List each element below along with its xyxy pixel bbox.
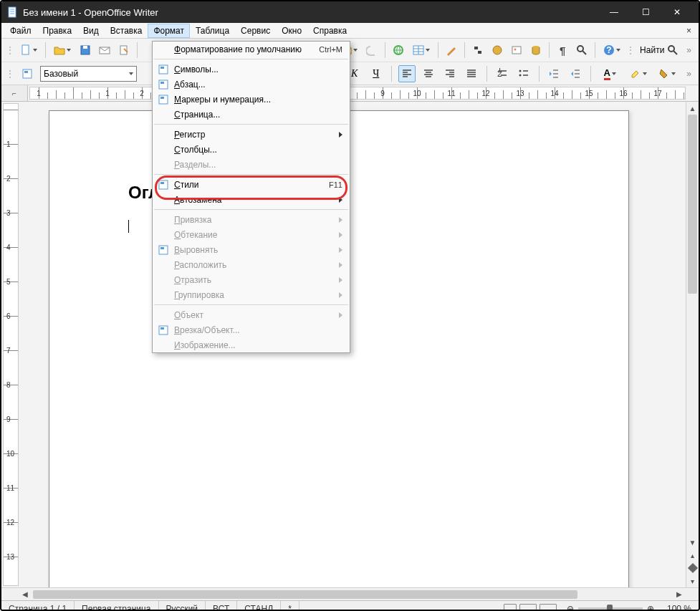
toolbar-grip[interactable]: ⋮ bbox=[6, 69, 14, 79]
bg-color-button[interactable] bbox=[655, 65, 679, 82]
numbering-button[interactable]: 12 bbox=[494, 65, 511, 82]
menu-file[interactable]: Файл bbox=[4, 24, 37, 38]
view-layout-buttons[interactable] bbox=[499, 604, 561, 612]
menu-edit[interactable]: Правка bbox=[37, 24, 78, 38]
style-combo[interactable]: Базовый bbox=[40, 66, 137, 82]
highlight-button[interactable] bbox=[626, 65, 651, 82]
toolbar-grip[interactable]: ⋮ bbox=[626, 45, 635, 55]
scroll-left-button[interactable]: ◀ bbox=[19, 590, 32, 598]
status-page[interactable]: Страница 1 / 1 bbox=[1, 601, 75, 611]
help-button[interactable]: ? bbox=[600, 42, 624, 59]
find-replace-button[interactable] bbox=[469, 42, 486, 59]
find-toolbar: Найти bbox=[637, 44, 681, 56]
toolbar-overflow[interactable]: » bbox=[684, 45, 694, 55]
zoom-slider[interactable]: ⊖ ⊕ bbox=[561, 604, 660, 612]
scroll-thumb-vertical[interactable] bbox=[688, 115, 697, 294]
menu-item-обтекание: Обтекание bbox=[153, 227, 350, 242]
zoom-slider-track[interactable] bbox=[578, 607, 643, 610]
draw-button[interactable] bbox=[443, 42, 460, 59]
datasource-button[interactable] bbox=[527, 42, 545, 59]
menu-help[interactable]: Справка bbox=[307, 24, 353, 38]
scroll-up-button[interactable]: ▲ bbox=[686, 102, 699, 115]
menu-item-абзац[interactable]: Абзац... bbox=[153, 77, 350, 92]
align-right-button[interactable] bbox=[441, 65, 459, 82]
scroll-down-button[interactable]: ▼ bbox=[686, 536, 699, 549]
menu-item-автозамена[interactable]: Автозамена bbox=[153, 192, 350, 207]
menu-item-маркерыинумерация[interactable]: Маркеры и нумерация... bbox=[153, 92, 350, 107]
status-page-style[interactable]: Первая страница bbox=[75, 601, 158, 611]
menu-tools[interactable]: Сервис bbox=[235, 24, 276, 38]
nav-prev-button[interactable]: ▴ bbox=[686, 549, 699, 562]
close-button[interactable]: ✕ bbox=[661, 1, 693, 23]
status-zoom[interactable]: 100 % bbox=[660, 601, 699, 611]
svg-rect-4 bbox=[22, 45, 29, 54]
maximize-button[interactable]: ☐ bbox=[630, 1, 661, 23]
align-center-button[interactable] bbox=[420, 65, 437, 82]
menu-window[interactable]: Окно bbox=[276, 24, 307, 38]
scrollbar-vertical[interactable]: ▲ ▼ ▴ ▾ bbox=[686, 102, 699, 587]
align-left-button[interactable] bbox=[398, 65, 416, 82]
underline-button[interactable]: Ч bbox=[368, 65, 385, 82]
nav-next-button[interactable]: ▾ bbox=[686, 574, 699, 587]
zoom-button[interactable] bbox=[573, 42, 590, 59]
toolbar-overflow[interactable]: » bbox=[684, 69, 694, 79]
table-button[interactable] bbox=[409, 42, 433, 59]
menu-item-символы[interactable]: Символы... bbox=[153, 62, 350, 77]
styles-button[interactable] bbox=[19, 65, 36, 82]
email-button[interactable] bbox=[96, 42, 113, 59]
find-label: Найти bbox=[640, 45, 664, 55]
menu-bar: Файл Правка Вид Вставка Формат Таблица С… bbox=[1, 23, 699, 39]
menu-item-страница[interactable]: Страница... bbox=[153, 107, 350, 122]
scroll-thumb-horizontal[interactable] bbox=[33, 590, 577, 599]
status-bar: Страница 1 / 1 Первая страница Русский В… bbox=[1, 600, 699, 611]
view-book-icon[interactable] bbox=[540, 604, 557, 612]
view-single-page-icon[interactable] bbox=[504, 604, 517, 612]
window-title: Без имени 1 - OpenOffice Writer bbox=[23, 7, 598, 18]
ruler-horizontal[interactable]: 11234567891011121314151617 bbox=[29, 87, 686, 100]
zoom-slider-thumb[interactable] bbox=[607, 605, 613, 612]
hyperlink-button[interactable] bbox=[390, 42, 407, 59]
search-icon[interactable] bbox=[667, 44, 679, 56]
document-icon bbox=[7, 6, 19, 18]
decrease-indent-button[interactable] bbox=[545, 65, 562, 82]
menu-item-форматированиепоумолчанию[interactable]: Форматирование по умолчаниюCtrl+M bbox=[153, 42, 350, 57]
svg-point-48 bbox=[519, 74, 521, 76]
view-multi-page-icon[interactable] bbox=[519, 604, 537, 612]
save-button[interactable] bbox=[77, 42, 94, 59]
menu-item-группировка: Группировка bbox=[153, 287, 350, 302]
document-area[interactable]: Огл bbox=[20, 102, 686, 587]
menu-table[interactable]: Таблица bbox=[190, 24, 235, 38]
menu-insert[interactable]: Вставка bbox=[105, 24, 148, 38]
menu-item-столбцы[interactable]: Столбцы... bbox=[153, 142, 350, 157]
status-modified[interactable]: * bbox=[281, 601, 299, 611]
zoom-in-button[interactable]: ⊕ bbox=[647, 604, 654, 612]
toolbar-grip[interactable]: ⋮ bbox=[6, 45, 14, 55]
menu-view[interactable]: Вид bbox=[77, 24, 105, 38]
nav-select-button[interactable] bbox=[686, 562, 699, 574]
new-doc-button[interactable] bbox=[16, 42, 41, 59]
close-document-button[interactable]: × bbox=[682, 24, 696, 37]
scroll-right-button[interactable]: ▶ bbox=[673, 590, 686, 598]
status-selection-mode[interactable]: СТАНД bbox=[237, 601, 281, 611]
edit-doc-button[interactable] bbox=[115, 42, 133, 59]
open-button[interactable] bbox=[50, 42, 75, 59]
scrollbar-horizontal[interactable]: ◀ ▶ bbox=[1, 587, 699, 600]
menu-item-стили[interactable]: СтилиF11 bbox=[153, 177, 350, 192]
svg-line-23 bbox=[673, 51, 677, 54]
gallery-button[interactable] bbox=[508, 42, 525, 59]
status-language[interactable]: Русский bbox=[159, 601, 206, 611]
menu-item-регистр[interactable]: Регистр bbox=[153, 127, 350, 142]
minimize-button[interactable]: — bbox=[598, 1, 630, 23]
zoom-out-button[interactable]: ⊖ bbox=[567, 604, 574, 612]
increase-indent-button[interactable] bbox=[567, 65, 584, 82]
svg-point-16 bbox=[514, 49, 517, 51]
nonprinting-button[interactable]: ¶ bbox=[554, 42, 571, 59]
menu-format[interactable]: Формат bbox=[148, 24, 190, 38]
font-color-button[interactable]: A bbox=[598, 65, 622, 82]
align-justify-button[interactable] bbox=[463, 65, 480, 82]
navigator-button[interactable] bbox=[489, 42, 506, 59]
bullets-button[interactable] bbox=[515, 65, 532, 82]
redo-button[interactable] bbox=[363, 42, 380, 59]
ruler-vertical[interactable]: 1234567891011121314 bbox=[3, 103, 19, 586]
status-insert-mode[interactable]: ВСТ bbox=[206, 601, 237, 611]
